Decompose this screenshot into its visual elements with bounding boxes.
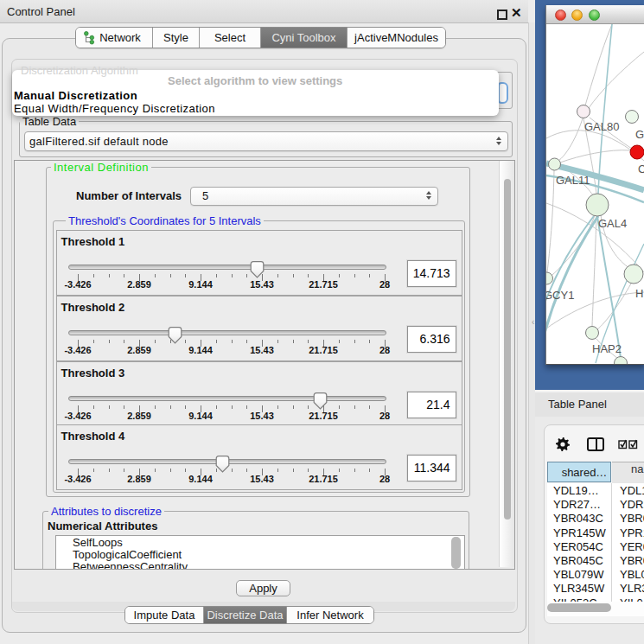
svg-text:GCY1: GCY1 <box>546 289 574 302</box>
svg-text:G: G <box>635 128 644 141</box>
svg-text:GAL80: GAL80 <box>584 120 619 133</box>
svg-text:GAL4: GAL4 <box>598 217 627 230</box>
svg-text:GAL11: GAL11 <box>556 174 590 187</box>
svg-text:HAP2: HAP2 <box>592 342 622 355</box>
svg-text:C: C <box>638 163 644 175</box>
svg-text:H: H <box>635 287 643 300</box>
